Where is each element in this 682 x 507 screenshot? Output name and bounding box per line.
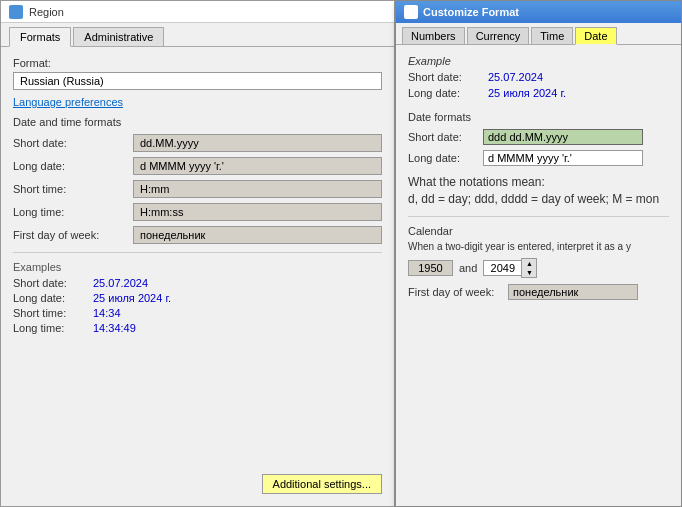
calendar-divider: [408, 216, 669, 217]
additional-settings-button[interactable]: Additional settings...: [262, 474, 382, 494]
first-dow-label: First day of week:: [13, 229, 133, 241]
customize-window: Customize Format Numbers Currency Time D…: [395, 0, 682, 507]
ex-long-time-label: Long time:: [13, 322, 93, 334]
tab-currency[interactable]: Currency: [467, 27, 530, 44]
date-formats-title: Date formats: [408, 111, 669, 123]
cust-ex-short-label: Short date:: [408, 71, 488, 83]
cust-ex-long-date: Long date: 25 июля 2024 г.: [408, 87, 669, 99]
example-short-time: Short time: 14:34: [13, 307, 382, 319]
short-time-value[interactable]: H:mm: [133, 180, 382, 198]
divider: [13, 252, 382, 253]
spinner-buttons: ▲ ▼: [521, 258, 537, 278]
example-long-date: Long date: 25 июля 2024 г.: [13, 292, 382, 304]
format-label: Format:: [13, 57, 382, 69]
language-link[interactable]: Language preferences: [13, 96, 382, 108]
spinner-down-button[interactable]: ▼: [522, 268, 536, 277]
long-time-value[interactable]: H:mm:ss: [133, 203, 382, 221]
calendar-year-row: and ▲ ▼: [408, 258, 669, 278]
df-short-input[interactable]: [483, 129, 643, 145]
customize-title-icon: [404, 5, 418, 19]
df-long-label: Long date:: [408, 152, 483, 164]
spinner-up-button[interactable]: ▲: [522, 259, 536, 268]
region-title-icon: [9, 5, 23, 19]
year-to-spinner: ▲ ▼: [483, 258, 537, 278]
first-dow-row: First day of week: понедельник: [13, 226, 382, 244]
long-time-label: Long time:: [13, 206, 133, 218]
df-short-date-row: Short date:: [408, 129, 669, 145]
df-long-input[interactable]: [483, 150, 643, 166]
calendar-title: Calendar: [408, 225, 669, 237]
region-title-text: Region: [29, 6, 64, 18]
first-dow-value[interactable]: понедельник: [133, 226, 382, 244]
dow-value[interactable]: понедельник: [508, 284, 638, 300]
long-date-value[interactable]: d MMMM yyyy 'г.': [133, 157, 382, 175]
ex-short-time-value: 14:34: [93, 307, 121, 319]
long-date-label: Long date:: [13, 160, 133, 172]
df-long-date-row: Long date:: [408, 150, 669, 166]
short-time-row: Short time: H:mm: [13, 180, 382, 198]
format-value[interactable]: Russian (Russia): [13, 72, 382, 90]
short-date-row: Short date: dd.MM.yyyy: [13, 134, 382, 152]
short-time-label: Short time:: [13, 183, 133, 195]
long-date-row: Long date: d MMMM yyyy 'г.': [13, 157, 382, 175]
cust-ex-short-value: 25.07.2024: [488, 71, 543, 83]
ex-short-date-value: 25.07.2024: [93, 277, 148, 289]
tab-formats[interactable]: Formats: [9, 27, 71, 47]
tab-numbers[interactable]: Numbers: [402, 27, 465, 44]
notation-text: What the notations mean: d, dd = day; dd…: [408, 174, 669, 208]
example-box-title: Example: [408, 55, 669, 67]
region-tabs: Formats Administrative: [1, 23, 394, 47]
ex-long-date-value: 25 июля 2024 г.: [93, 292, 171, 304]
ex-long-time-value: 14:34:49: [93, 322, 136, 334]
first-dow-row: First day of week: понедельник: [408, 284, 669, 300]
region-window: Region Formats Administrative Format: Ru…: [0, 0, 395, 507]
region-titlebar: Region: [1, 1, 394, 23]
cust-ex-long-value: 25 июля 2024 г.: [488, 87, 566, 99]
customize-titlebar: Customize Format: [396, 1, 681, 23]
ex-short-time-label: Short time:: [13, 307, 93, 319]
tab-administrative[interactable]: Administrative: [73, 27, 164, 46]
customize-body: Example Short date: 25.07.2024 Long date…: [396, 45, 681, 310]
examples-section: Examples Short date: 25.07.2024 Long dat…: [13, 261, 382, 334]
example-short-date: Short date: 25.07.2024: [13, 277, 382, 289]
example-box: Example Short date: 25.07.2024 Long date…: [408, 55, 669, 99]
example-long-time: Long time: 14:34:49: [13, 322, 382, 334]
cust-ex-long-label: Long date:: [408, 87, 488, 99]
examples-title: Examples: [13, 261, 382, 273]
short-date-value[interactable]: dd.MM.yyyy: [133, 134, 382, 152]
cust-ex-short-date: Short date: 25.07.2024: [408, 71, 669, 83]
customize-title-text: Customize Format: [423, 6, 519, 18]
year-from-input[interactable]: [408, 260, 453, 276]
ex-long-date-label: Long date:: [13, 292, 93, 304]
calendar-section: Calendar When a two-digit year is entere…: [408, 225, 669, 300]
datetime-section-title: Date and time formats: [13, 116, 382, 128]
short-date-label: Short date:: [13, 137, 133, 149]
long-time-row: Long time: H:mm:ss: [13, 203, 382, 221]
ex-short-date-label: Short date:: [13, 277, 93, 289]
year-to-input[interactable]: [483, 260, 521, 276]
customize-tabs: Numbers Currency Time Date: [396, 23, 681, 45]
tab-date[interactable]: Date: [575, 27, 616, 45]
dow-label: First day of week:: [408, 286, 508, 298]
and-text: and: [459, 262, 477, 274]
df-short-label: Short date:: [408, 131, 483, 143]
tab-time[interactable]: Time: [531, 27, 573, 44]
region-body: Format: Russian (Russia) Language prefer…: [1, 47, 394, 347]
calendar-desc: When a two-digit year is entered, interp…: [408, 241, 669, 252]
